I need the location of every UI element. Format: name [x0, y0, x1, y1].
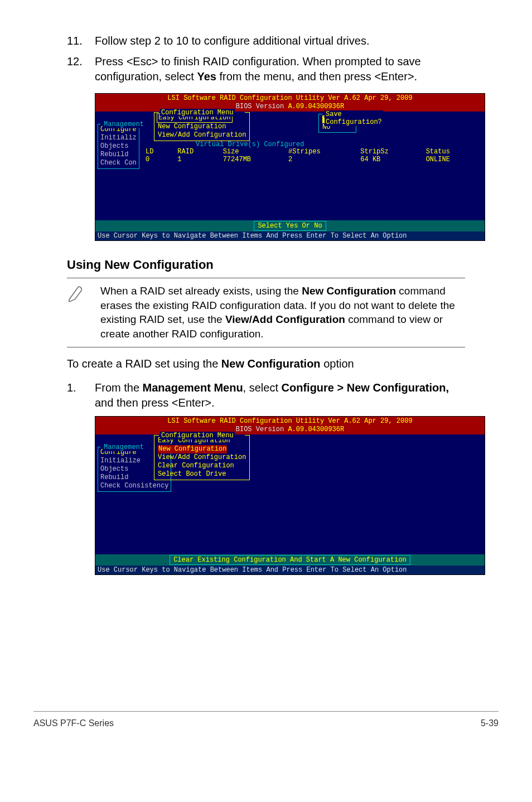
- save-configuration-dialog: Save Configuration? Yes No: [318, 114, 356, 133]
- term2-prompt: Clear Existing Configuration And Start A…: [95, 554, 485, 566]
- configuration-menu: Configuration Menu Easy Configuration Ne…: [154, 112, 250, 141]
- configuration-menu2: Configuration Menu Easy Configuration Ne…: [154, 435, 250, 480]
- conf2-viewadd[interactable]: View/Add Configuration: [158, 453, 246, 462]
- footer-right: 5-39: [481, 718, 499, 728]
- vdrive-heading: Virtual Drive(s) Configured: [196, 141, 304, 148]
- page-footer: ASUS P7F-C Series 5-39: [33, 718, 499, 728]
- mgmt2-check-consistency[interactable]: Check Consistency: [100, 482, 168, 490]
- conf-new[interactable]: New Configuration: [158, 123, 246, 131]
- step-12-num: 12.: [67, 54, 95, 84]
- term1-body: Management Configure Initializ Objects R…: [95, 112, 485, 220]
- conf-viewadd[interactable]: View/Add Configuration: [158, 131, 246, 139]
- bios-screenshot-1: LSI Software RAID Configuration Utility …: [95, 93, 485, 241]
- management-menu: Management Configure Initializ Objects R…: [98, 124, 139, 169]
- conf2-new[interactable]: New Configuration: [158, 445, 227, 453]
- section-heading: Using New Configuration: [67, 258, 465, 272]
- step-11-text: Follow step 2 to 10 to configure additio…: [95, 33, 465, 49]
- step-1-text: From the Management Menu, select Configu…: [95, 380, 465, 410]
- term1-header: LSI Software RAID Configuration Utility …: [95, 94, 485, 112]
- footer-left: ASUS P7F-C Series: [33, 718, 114, 728]
- term2-header: LSI Software RAID Configuration Utility …: [95, 417, 485, 434]
- mgmt-objects[interactable]: Objects: [100, 142, 137, 151]
- conf2-clear[interactable]: Clear Configuration: [158, 462, 246, 470]
- footer-rule: [33, 711, 499, 712]
- note-text: When a RAID set already exists, using th…: [100, 284, 465, 341]
- bios-screenshot-2: LSI Software RAID Configuration Utility …: [95, 416, 485, 575]
- term1-prompt: Select Yes Or No: [95, 220, 485, 231]
- step-1-num: 1.: [67, 380, 95, 410]
- vdrive-table: LD RAID Size #Stripes StripSz Status 0 1…: [140, 148, 479, 163]
- intro-para: To create a RAID set using the New Confi…: [67, 356, 465, 371]
- step-11-num: 11.: [67, 33, 95, 49]
- mgmt-check-consistency[interactable]: Check Con: [100, 159, 137, 167]
- term1-footer: Use Cursor Keys to Navigate Between Item…: [95, 231, 485, 240]
- step-12-text: Press <Esc> to finish RAID configuration…: [95, 54, 465, 84]
- conf2-selectboot[interactable]: Select Boot Drive: [158, 470, 246, 479]
- mgmt-initialize[interactable]: Initializ: [100, 134, 137, 142]
- term2-footer: Use Cursor Keys to Navigate Between Item…: [95, 566, 485, 574]
- note-box: When a RAID set already exists, using th…: [67, 278, 465, 347]
- mgmt-rebuild[interactable]: Rebuild: [100, 151, 137, 159]
- note-icon: [67, 284, 100, 341]
- term2-body: Management Configure Initialize Objects …: [95, 434, 485, 554]
